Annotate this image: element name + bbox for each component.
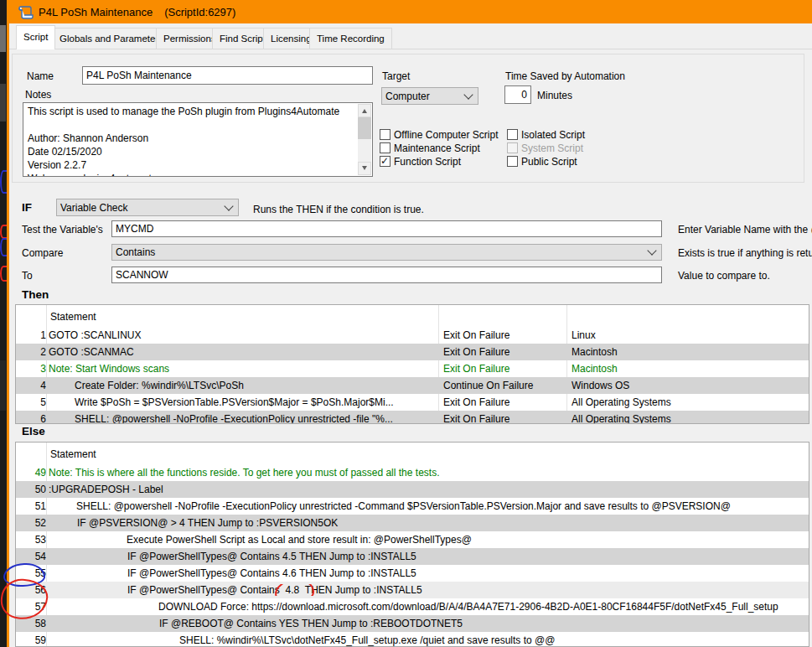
tab-strip: Script Globals and Parameters Permission…	[9, 23, 812, 49]
notes-line	[28, 118, 355, 132]
script-editor-window: P4L PoSh Maintenance(ScriptId:6297) Scri…	[0, 0, 812, 647]
target-dropdown[interactable]: Computer	[381, 87, 478, 105]
table-row[interactable]: 56 IF @PowerShellTypes@ Contains 4.8 THE…	[16, 582, 809, 598]
tab-globals-and-parameters[interactable]: Globals and Parameters	[52, 28, 171, 49]
notes-line: Author: Shannon Anderson	[28, 132, 355, 145]
then-steps-table: Statement 1 GOTO :SCANLINUX Exit On Fail…	[15, 304, 809, 424]
target-label: Target	[382, 70, 410, 82]
test-variable-hint: Enter Variable Name with the @ s	[678, 224, 812, 236]
scroll-down-icon[interactable]	[358, 162, 371, 175]
public-script-label: Public Script	[521, 156, 577, 168]
offline-computer-script-label: Offline Computer Script	[394, 129, 499, 141]
scrollbar-thumb[interactable]	[358, 117, 371, 139]
function-script-checkbox[interactable]	[380, 156, 390, 167]
isolated-script-label: Isolated Script	[521, 129, 585, 141]
chevron-down-icon	[463, 90, 473, 99]
function-script-label: Function Script	[394, 156, 461, 168]
table-row[interactable]: 59 SHELL: %windir%\LTSvc\dotNetFx45_Full…	[16, 632, 809, 647]
tab-script[interactable]: Script	[16, 25, 55, 49]
time-saved-input[interactable]: 0	[504, 85, 531, 104]
notes-textarea[interactable]: This script is used to manage the PoSh p…	[23, 102, 373, 177]
notes-label: Notes	[25, 89, 51, 101]
system-script-checkbox	[507, 142, 518, 153]
table-row[interactable]: 50 :UPGRADEPOSH - Label	[16, 481, 809, 498]
then-label: Then	[22, 288, 49, 301]
pen-scribble-blue	[0, 238, 7, 256]
pen-scribble-red	[0, 225, 7, 239]
else-table-header: Statement	[16, 443, 809, 464]
else-label: Else	[22, 425, 45, 437]
table-row[interactable]: 49 Note: This is where all the functions…	[16, 464, 809, 481]
to-input[interactable]: SCANNOW	[111, 267, 662, 283]
compare-hint: Exists is true if anything is returne	[678, 247, 812, 259]
compare-label: Compare	[22, 247, 63, 259]
title-bar[interactable]: P4L PoSh Maintenance(ScriptId:6297)	[7, 0, 812, 23]
chevron-down-icon	[647, 246, 656, 255]
table-row[interactable]: 53 Execute PowerShell Script as Local an…	[16, 531, 809, 548]
table-row[interactable]: 6 SHELL: @powershell -NoProfile -Executi…	[16, 411, 809, 424]
test-variable-label: Test the Variable's	[22, 224, 103, 236]
notes-line: Web: www.plugins4automate.com	[28, 172, 355, 177]
minutes-label: Minutes	[537, 90, 572, 101]
table-row[interactable]: 2 GOTO :SCANMAC Exit On Failure Macintos…	[16, 344, 809, 360]
then-table-header: Statement	[16, 305, 809, 327]
table-row[interactable]: 58 IF @REBOOT@ Contains YES THEN Jump to…	[16, 615, 809, 632]
pen-scribble-red	[0, 266, 7, 282]
table-row[interactable]: 52 IF @PSVERSION@ > 4 THEN Jump to :PSVE…	[16, 515, 809, 531]
circled-value: 4.8	[285, 584, 299, 596]
time-saved-label: Time Saved by Automation	[505, 70, 625, 82]
tab-time-recording[interactable]: Time Recording	[309, 28, 392, 49]
test-variable-input[interactable]: MYCMD	[111, 220, 662, 237]
offline-computer-script-checkbox[interactable]	[380, 129, 390, 140]
maintenance-script-label: Maintenance Script	[394, 142, 480, 154]
desktop-edge-patch	[0, 360, 6, 411]
table-row[interactable]: 55 IF @PowerShellTypes@ Contains 4.6 THE…	[16, 565, 809, 582]
script-id: (ScriptId:6297)	[164, 6, 235, 18]
table-row[interactable]: 3 Note: Start Windows scans Exit On Fail…	[16, 360, 809, 377]
else-steps-table: Statement 49 Note: This is where all the…	[15, 442, 809, 647]
name-input[interactable]: P4L PoSh Maintenance	[82, 66, 373, 85]
system-script-label: System Script	[521, 142, 583, 154]
table-row[interactable]: 54 IF @PowerShellTypes@ Contains 4.5 THE…	[16, 548, 809, 565]
if-condition-dropdown[interactable]: Variable Check	[56, 199, 239, 216]
maintenance-script-checkbox[interactable]	[380, 142, 390, 153]
desktop-edge-patch	[0, 84, 6, 122]
scroll-up-icon[interactable]	[358, 104, 371, 117]
table-row[interactable]: 5 Write $PoSh = $PSVersionTable.PSVersio…	[16, 394, 809, 411]
table-row[interactable]: 1 GOTO :SCANLINUX Exit On Failure Linux	[16, 327, 809, 344]
to-hint: Value to compare to.	[678, 270, 770, 282]
if-label: IF	[22, 201, 32, 214]
window-left-border	[7, 0, 9, 647]
table-row[interactable]: 57 DOWNLOAD Force: https://download.micr…	[16, 598, 809, 615]
script-scroll-icon	[18, 3, 34, 20]
notes-scrollbar[interactable]	[358, 104, 371, 175]
desktop-edge-patch	[0, 25, 6, 52]
notes-line: Version 2.2.7	[28, 158, 355, 172]
public-script-checkbox[interactable]	[507, 156, 518, 167]
window-title: P4L PoSh Maintenance(ScriptId:6297)	[39, 6, 235, 18]
compare-dropdown[interactable]: Contains	[111, 244, 662, 261]
table-row[interactable]: 51 SHELL: @powershell -NoProfile -Execut…	[16, 498, 809, 515]
name-label: Name	[27, 70, 54, 82]
table-row[interactable]: 4 Create Folder: %windir%\LTSvc\PoSh Con…	[16, 377, 809, 394]
notes-line: This script is used to manage the PoSh p…	[28, 105, 355, 118]
chevron-down-icon	[224, 201, 233, 210]
notes-line: Date 02/15/2020	[28, 145, 355, 158]
pen-scribble-blue	[0, 170, 7, 194]
isolated-script-checkbox[interactable]	[507, 129, 518, 140]
if-hint: Runs the THEN if the condition is true.	[253, 204, 424, 215]
to-label: To	[22, 270, 33, 282]
